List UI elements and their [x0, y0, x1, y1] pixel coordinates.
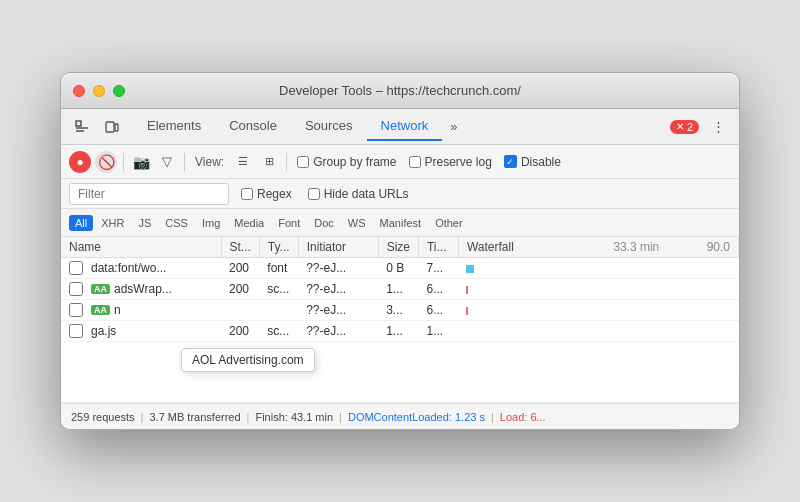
row-type: sc...: [259, 321, 298, 342]
inspect-icon[interactable]: [69, 116, 95, 138]
row-name: adsWrap...: [114, 282, 172, 296]
waterfall-bar: [466, 286, 468, 294]
network-table: Name St... Ty... Initiator Size Ti... Wa…: [61, 237, 739, 342]
col-status-header: St...: [221, 237, 259, 258]
minimize-button[interactable]: [93, 85, 105, 97]
table-row[interactable]: data:font/wo...200font??-eJ...0 B7...: [61, 258, 739, 279]
maximize-button[interactable]: [113, 85, 125, 97]
row-waterfall: [458, 321, 738, 342]
tab-sources[interactable]: Sources: [291, 112, 367, 141]
view-label: View:: [195, 155, 224, 169]
row-initiator: ??-eJ...: [298, 321, 378, 342]
type-filter-xhr[interactable]: XHR: [95, 215, 130, 231]
col-waterfall-header: Waterfall 33.3 min 90.0: [458, 237, 738, 258]
tab-bar: Elements Console Sources Network » ✕ 2 ⋮: [61, 109, 739, 145]
row-waterfall: [458, 300, 738, 321]
hide-data-urls-check[interactable]: Hide data URLs: [308, 187, 409, 201]
clear-button[interactable]: 🚫: [95, 151, 117, 173]
view-waterfall-icon[interactable]: ⊞: [258, 151, 280, 173]
network-table-body: data:font/wo...200font??-eJ...0 B7...AAa…: [61, 258, 739, 342]
type-filter-doc[interactable]: Doc: [308, 215, 340, 231]
load-link[interactable]: Load: 6...: [500, 411, 546, 423]
type-filter-media[interactable]: Media: [228, 215, 270, 231]
disable-check[interactable]: ✓ Disable: [504, 155, 561, 169]
tab-bar-right: ✕ 2 ⋮: [670, 116, 731, 138]
table-row[interactable]: AAadsWrap...200sc...??-eJ...1...6...: [61, 279, 739, 300]
waterfall-bar: [466, 307, 468, 315]
filter-button[interactable]: ▽: [156, 151, 178, 173]
group-by-frame-checkbox[interactable]: [297, 156, 309, 168]
row-checkbox[interactable]: [69, 324, 83, 338]
filter-input[interactable]: [69, 183, 229, 205]
row-size: 1...: [378, 321, 418, 342]
row-status: 200: [221, 321, 259, 342]
row-status: [221, 300, 259, 321]
hide-data-urls-label: Hide data URLs: [324, 187, 409, 201]
filter-bar: Regex Hide data URLs: [61, 179, 739, 209]
toolbar: ● 🚫 📷 ▽ View: ☰ ⊞ Group by frame Preserv…: [61, 145, 739, 179]
tabs: Elements Console Sources Network »: [133, 112, 670, 141]
tab-network[interactable]: Network: [367, 112, 443, 141]
row-type: font: [259, 258, 298, 279]
row-size: 0 B: [378, 258, 418, 279]
col-initiator-header: Initiator: [298, 237, 378, 258]
row-name: data:font/wo...: [91, 261, 166, 275]
col-size-header: Size: [378, 237, 418, 258]
requests-count: 259 requests: [71, 411, 135, 423]
record-button[interactable]: ●: [69, 151, 91, 173]
camera-button[interactable]: 📷: [130, 151, 152, 173]
type-filter-js[interactable]: JS: [132, 215, 157, 231]
status-bar: 259 requests | 3.7 MB transferred | Fini…: [61, 403, 739, 429]
svg-rect-0: [76, 121, 81, 126]
row-checkbox[interactable]: [69, 303, 83, 317]
regex-check[interactable]: Regex: [241, 187, 292, 201]
device-toggle-icon[interactable]: [99, 116, 125, 138]
devtools-window: Developer Tools – https://techcrunch.com…: [60, 72, 740, 430]
type-bar: AllXHRJSCSSImgMediaFontDocWSManifestOthe…: [61, 209, 739, 237]
title-bar: Developer Tools – https://techcrunch.com…: [61, 73, 739, 109]
hide-data-urls-checkbox[interactable]: [308, 188, 320, 200]
row-time: 6...: [418, 300, 458, 321]
group-by-frame-check[interactable]: Group by frame: [297, 155, 396, 169]
row-name: ga.js: [91, 324, 116, 338]
view-list-icon[interactable]: ☰: [232, 151, 254, 173]
group-by-frame-label: Group by frame: [313, 155, 396, 169]
preserve-log-checkbox[interactable]: [409, 156, 421, 168]
traffic-lights: [73, 85, 125, 97]
type-filter-font[interactable]: Font: [272, 215, 306, 231]
error-icon: ✕: [676, 121, 684, 132]
type-filter-ws[interactable]: WS: [342, 215, 372, 231]
aa-badge: AA: [91, 284, 110, 294]
type-filter-manifest[interactable]: Manifest: [374, 215, 428, 231]
row-checkbox[interactable]: [69, 282, 83, 296]
error-badge[interactable]: ✕ 2: [670, 120, 699, 134]
separator-1: [123, 153, 124, 171]
type-filter-other[interactable]: Other: [429, 215, 469, 231]
more-tabs-button[interactable]: »: [442, 113, 465, 140]
row-size: 3...: [378, 300, 418, 321]
more-options-icon[interactable]: ⋮: [705, 116, 731, 138]
table-row[interactable]: AAn??-eJ...3...6...: [61, 300, 739, 321]
regex-checkbox[interactable]: [241, 188, 253, 200]
row-time: 6...: [418, 279, 458, 300]
type-filter-all[interactable]: All: [69, 215, 93, 231]
regex-label: Regex: [257, 187, 292, 201]
type-filter-img[interactable]: Img: [196, 215, 226, 231]
dom-content-loaded-link[interactable]: DOMContentLoaded: 1.23 s: [348, 411, 485, 423]
close-button[interactable]: [73, 85, 85, 97]
preserve-log-check[interactable]: Preserve log: [409, 155, 492, 169]
row-status: 200: [221, 279, 259, 300]
table-row[interactable]: ga.js200sc...??-eJ...1...1...: [61, 321, 739, 342]
row-time: 1...: [418, 321, 458, 342]
type-filter-css[interactable]: CSS: [159, 215, 194, 231]
svg-rect-4: [115, 124, 118, 131]
tab-console[interactable]: Console: [215, 112, 291, 141]
row-waterfall: [458, 258, 738, 279]
error-count: 2: [687, 121, 693, 133]
network-table-container: Name St... Ty... Initiator Size Ti... Wa…: [61, 237, 739, 402]
disable-checkbox[interactable]: ✓: [504, 155, 517, 168]
col-time-header: Ti...: [418, 237, 458, 258]
tab-elements[interactable]: Elements: [133, 112, 215, 141]
separator-2: [184, 153, 185, 171]
row-checkbox[interactable]: [69, 261, 83, 275]
